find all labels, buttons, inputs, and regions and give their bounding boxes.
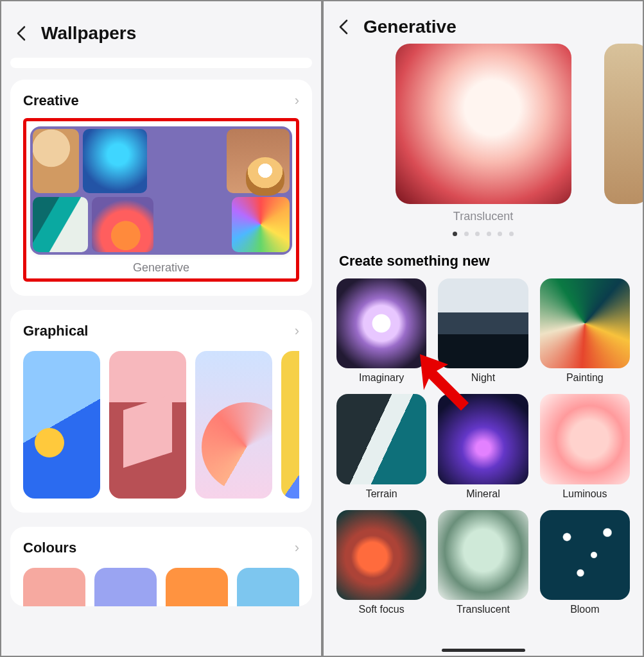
generative-caption: Generative xyxy=(30,261,292,275)
tile-thumb xyxy=(438,278,528,368)
tile-luminous[interactable]: Luminous xyxy=(540,394,630,499)
home-indicator[interactable] xyxy=(442,649,525,652)
header: Generative xyxy=(324,1,643,44)
tile-label: Night xyxy=(438,372,528,384)
tile-label: Terrain xyxy=(336,488,426,500)
tile-painting[interactable]: Painting xyxy=(540,278,630,384)
back-button[interactable] xyxy=(15,21,41,46)
hero-image-next[interactable] xyxy=(604,44,644,204)
generative-tile[interactable] xyxy=(30,126,292,255)
create-grid: Imaginary Night Painting Terrain Mineral… xyxy=(324,278,643,628)
hero-caption: Translucent xyxy=(324,210,643,223)
tile-label: Mineral xyxy=(438,488,528,500)
tile-thumb xyxy=(540,510,630,600)
collage-part xyxy=(92,197,153,252)
chevron-left-icon xyxy=(15,26,28,41)
colour-swatch[interactable] xyxy=(237,568,299,606)
tile-label: Painting xyxy=(540,372,630,384)
tile-thumb xyxy=(438,510,528,600)
section-label: Creative xyxy=(23,92,79,109)
colour-swatch[interactable] xyxy=(94,568,157,606)
wallpaper-row[interactable] xyxy=(23,351,299,499)
tile-imaginary[interactable]: Imaginary xyxy=(336,278,426,384)
tile-bloom[interactable]: Bloom xyxy=(540,510,630,615)
section-graphical: Graphical › xyxy=(10,310,312,513)
collage-part xyxy=(33,197,88,252)
swatch-row[interactable] xyxy=(23,568,299,606)
tile-terrain[interactable]: Terrain xyxy=(336,394,426,499)
tile-thumb xyxy=(336,394,426,484)
colour-swatch[interactable] xyxy=(23,568,85,606)
create-heading: Create something new xyxy=(324,236,643,278)
header: Wallpapers xyxy=(1,1,321,58)
tile-thumb xyxy=(336,510,426,600)
page-title: Generative xyxy=(363,17,457,37)
tile-thumb xyxy=(336,278,426,368)
tile-label: Translucent xyxy=(438,604,528,615)
dot xyxy=(475,232,480,236)
wallpapers-screen: Wallpapers Creative › Generative Graphic… xyxy=(0,0,322,657)
collage-part xyxy=(227,129,290,193)
section-header-creative[interactable]: Creative › xyxy=(23,92,299,109)
dot xyxy=(509,232,514,236)
wallpaper-thumb[interactable] xyxy=(109,351,186,499)
collage-part xyxy=(83,129,147,193)
section-header-graphical[interactable]: Graphical › xyxy=(23,323,299,339)
tile-translucent[interactable]: Translucent xyxy=(438,510,528,615)
tile-thumb xyxy=(438,394,528,484)
wallpaper-thumb[interactable] xyxy=(195,351,272,499)
back-button[interactable] xyxy=(338,14,363,40)
tile-mineral[interactable]: Mineral xyxy=(438,394,528,499)
hero-carousel[interactable]: Translucent xyxy=(324,44,643,236)
generative-screen: Generative Translucent Create something … xyxy=(322,0,644,657)
card-peek xyxy=(10,58,312,68)
tile-label: Luminous xyxy=(540,488,630,500)
section-colours: Colours › xyxy=(10,527,312,606)
chevron-right-icon: › xyxy=(295,323,299,339)
tile-label: Imaginary xyxy=(336,372,426,384)
section-label: Colours xyxy=(23,540,76,556)
tile-thumb xyxy=(540,278,630,368)
chevron-right-icon: › xyxy=(295,540,299,556)
collage-part xyxy=(232,197,290,252)
tile-thumb xyxy=(540,394,630,484)
section-header-colours[interactable]: Colours › xyxy=(23,540,299,556)
tile-label: Soft focus xyxy=(336,604,426,615)
tile-label: Bloom xyxy=(540,604,630,615)
chevron-right-icon: › xyxy=(295,92,299,109)
dot-active xyxy=(453,232,457,236)
section-label: Graphical xyxy=(23,323,88,339)
dot xyxy=(464,232,469,236)
hero-image[interactable] xyxy=(396,44,571,204)
wallpaper-thumb[interactable] xyxy=(23,351,100,499)
page-title: Wallpapers xyxy=(41,23,136,44)
colour-swatch[interactable] xyxy=(166,568,228,606)
highlight-annotation: Generative xyxy=(23,118,299,282)
collage-part xyxy=(33,129,79,193)
chevron-left-icon xyxy=(338,19,351,35)
dot xyxy=(498,232,502,236)
section-creative: Creative › Generative xyxy=(10,80,312,296)
tile-night[interactable]: Night xyxy=(438,278,528,384)
tile-soft-focus[interactable]: Soft focus xyxy=(336,510,426,615)
wallpaper-thumb[interactable] xyxy=(281,351,299,499)
carousel-dots xyxy=(324,227,643,239)
dot xyxy=(487,232,491,236)
